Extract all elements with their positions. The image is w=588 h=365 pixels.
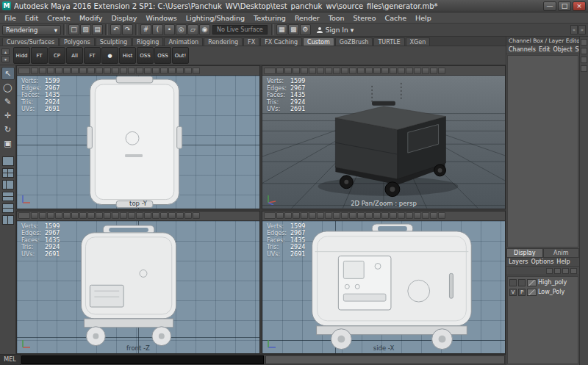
image-plane-icon[interactable] bbox=[309, 212, 316, 219]
command-result-field[interactable] bbox=[265, 355, 505, 364]
snap-to-curve-icon[interactable]: ( bbox=[152, 24, 163, 35]
shelf-button-ft-2[interactable]: FT bbox=[84, 47, 101, 64]
image-plane-icon[interactable] bbox=[63, 212, 71, 219]
shelf-tab[interactable]: Polygons bbox=[60, 37, 95, 46]
field-chart-icon[interactable] bbox=[365, 212, 373, 219]
shaded-icon[interactable] bbox=[152, 212, 159, 219]
move-layer-up-icon[interactable] bbox=[546, 268, 553, 274]
camera-attributes-icon[interactable] bbox=[47, 212, 54, 219]
layout-two-side-by-side[interactable] bbox=[2, 215, 14, 225]
menu-item[interactable]: Render bbox=[290, 14, 324, 22]
save-scene-icon[interactable]: ▤ bbox=[92, 24, 103, 35]
menu-item[interactable]: Stereo bbox=[349, 14, 381, 22]
menu-item[interactable]: Modify bbox=[75, 14, 107, 22]
wireframe-icon[interactable] bbox=[144, 212, 151, 219]
menu-item[interactable]: Lighting/Shading bbox=[182, 14, 249, 22]
move-tool[interactable]: ✛ bbox=[1, 109, 15, 122]
status-line-divider[interactable] bbox=[135, 24, 138, 35]
grid-icon[interactable] bbox=[87, 68, 95, 74]
lights-icon[interactable] bbox=[414, 68, 421, 74]
film-gate-icon[interactable] bbox=[341, 212, 348, 219]
two-d-pan-zoom-icon[interactable] bbox=[71, 68, 79, 74]
gate-mask-icon[interactable] bbox=[357, 68, 365, 74]
resolution-gate-icon[interactable] bbox=[349, 212, 356, 219]
grease-pencil-icon[interactable] bbox=[79, 212, 87, 219]
camera-attributes-icon[interactable] bbox=[293, 68, 300, 74]
move-layer-down-icon[interactable] bbox=[554, 268, 561, 274]
textured-icon[interactable] bbox=[160, 212, 168, 219]
select-camera-icon[interactable] bbox=[276, 68, 284, 74]
status-collapse-right[interactable]: » bbox=[578, 25, 586, 35]
menu-item[interactable]: Cache bbox=[381, 14, 412, 22]
shelf-scroll-up-icon[interactable]: ▴ bbox=[1, 48, 10, 55]
ipr-render-icon[interactable]: ▩ bbox=[288, 24, 299, 35]
camera-attributes-icon[interactable] bbox=[293, 212, 300, 219]
viewport-front-canvas[interactable]: Verts:1599Edges:2967Faces:1435Tris:2924U… bbox=[17, 221, 259, 354]
resolution-gate-icon[interactable] bbox=[104, 68, 111, 74]
field-chart-icon[interactable] bbox=[120, 212, 127, 219]
create-layer-from-selected-icon[interactable] bbox=[570, 268, 577, 274]
lights-icon[interactable] bbox=[414, 212, 421, 219]
shaded-icon[interactable] bbox=[398, 68, 405, 74]
gate-mask-icon[interactable] bbox=[112, 68, 119, 74]
toggle-channel-box-icon[interactable] bbox=[581, 57, 587, 63]
gate-mask-icon[interactable] bbox=[357, 212, 365, 219]
create-empty-layer-icon[interactable] bbox=[562, 268, 569, 274]
menu-item[interactable]: Create bbox=[43, 14, 75, 22]
snap-to-projected-center-icon[interactable]: ◎ bbox=[176, 24, 187, 35]
shelf-button-hist[interactable]: Hist bbox=[119, 47, 136, 64]
menu-item[interactable]: Display bbox=[107, 14, 141, 22]
quad-splitter-horizontal[interactable] bbox=[16, 209, 506, 211]
menu-item[interactable]: Toon bbox=[324, 14, 349, 22]
sign-in-button[interactable]: Sign In ▾ bbox=[316, 26, 354, 34]
safe-title-icon[interactable] bbox=[136, 212, 143, 219]
shelf-tab[interactable]: Custom bbox=[303, 37, 334, 46]
snap-to-view-plane-icon[interactable]: ▱ bbox=[187, 24, 198, 35]
toggle-modeling-toolkit-icon[interactable] bbox=[581, 65, 587, 72]
layer-row[interactable]: High_poly bbox=[509, 278, 577, 287]
two-d-pan-zoom-icon[interactable] bbox=[317, 212, 324, 219]
grease-pencil-icon[interactable] bbox=[79, 68, 87, 74]
field-chart-icon[interactable] bbox=[365, 68, 373, 74]
bookmark-icon[interactable] bbox=[301, 68, 308, 74]
layer-row[interactable]: V P Low_Poly bbox=[509, 287, 577, 297]
shelf-tab[interactable]: GoZBrush bbox=[335, 37, 373, 46]
menu-item[interactable]: File bbox=[0, 14, 21, 22]
menu-item[interactable]: Windows bbox=[141, 14, 181, 22]
lights-icon[interactable] bbox=[168, 212, 176, 219]
shelf-button-out[interactable]: Out! bbox=[172, 47, 189, 64]
xray-icon[interactable] bbox=[438, 68, 445, 74]
undo-icon[interactable]: ↶ bbox=[110, 24, 121, 35]
image-plane-icon[interactable] bbox=[309, 68, 316, 74]
select-tool[interactable]: ↖ bbox=[1, 67, 15, 80]
wireframe-icon[interactable] bbox=[144, 68, 151, 74]
new-scene-icon[interactable]: □ bbox=[68, 24, 79, 35]
snap-to-grid-icon[interactable]: # bbox=[140, 24, 151, 35]
grid-icon[interactable] bbox=[333, 212, 340, 219]
grid-icon[interactable] bbox=[333, 68, 340, 74]
shelf-tab[interactable]: FX bbox=[243, 37, 259, 46]
select-camera-icon[interactable] bbox=[31, 68, 38, 74]
lock-camera-icon[interactable] bbox=[39, 68, 46, 74]
screen-space-ao-icon[interactable] bbox=[184, 212, 192, 219]
channel-box-menu-item[interactable]: Channels bbox=[509, 46, 536, 53]
screen-space-ao-icon[interactable] bbox=[430, 212, 437, 219]
live-surface-field[interactable]: No Live Surface bbox=[212, 25, 268, 35]
channel-box-empty-area[interactable] bbox=[507, 55, 578, 247]
viewport-top-canvas[interactable]: Verts:1599Edges:2967Faces:1435Tris:2924U… bbox=[17, 76, 259, 209]
shaded-icon[interactable] bbox=[152, 68, 159, 74]
field-chart-icon[interactable] bbox=[120, 68, 127, 74]
two-d-pan-zoom-icon[interactable] bbox=[317, 68, 324, 74]
lock-camera-icon[interactable] bbox=[284, 68, 292, 74]
screen-space-ao-icon[interactable] bbox=[430, 68, 437, 74]
status-line-divider[interactable] bbox=[105, 24, 108, 35]
channel-box-menu-item[interactable]: Object bbox=[553, 46, 573, 53]
two-d-pan-zoom-icon[interactable] bbox=[71, 212, 79, 219]
layer-visibility-toggle[interactable] bbox=[509, 279, 517, 286]
menu-item[interactable]: Edit bbox=[21, 14, 43, 22]
maximize-button[interactable]: □ bbox=[558, 1, 571, 11]
safe-title-icon[interactable] bbox=[381, 212, 389, 219]
shelf-tab[interactable]: Rigging bbox=[132, 37, 163, 46]
shelf-button-all[interactable]: All bbox=[66, 47, 83, 64]
select-camera-icon[interactable] bbox=[276, 212, 284, 219]
